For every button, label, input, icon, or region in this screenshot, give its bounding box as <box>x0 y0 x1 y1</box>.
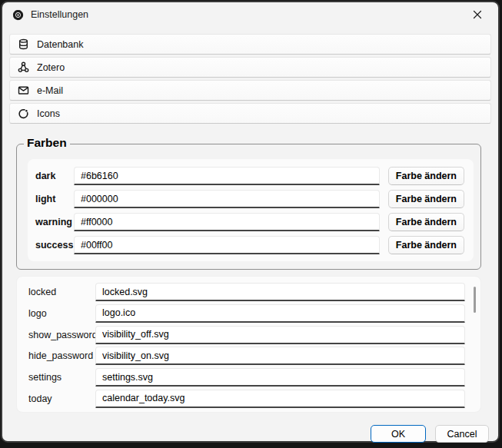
icon-file-label: settings <box>28 372 95 383</box>
change-color-button-success[interactable]: Farbe ändern <box>388 236 464 254</box>
farben-legend: Farben <box>24 136 70 150</box>
icon-file-input-hide-password[interactable] <box>95 347 465 365</box>
change-color-button-light[interactable]: Farbe ändern <box>388 190 464 208</box>
section-headers: Datenbank Zotero e-Mail Icons <box>2 27 498 124</box>
change-color-button-dark[interactable]: Farbe ändern <box>388 167 464 185</box>
change-color-button-warning[interactable]: Farbe ändern <box>388 213 464 231</box>
section-label: Datenbank <box>37 39 83 50</box>
icon-file-label: logo <box>28 308 95 319</box>
icon-file-row-logo: logo <box>28 304 465 324</box>
section-label: Icons <box>37 108 60 119</box>
icon-file-row-show-password: show_password <box>28 325 465 345</box>
color-value-input-dark[interactable] <box>74 167 380 185</box>
color-label: success <box>35 240 74 251</box>
icon-files-panel: locked logo show_password hide_password … <box>16 276 481 413</box>
zotero-icon <box>18 61 29 73</box>
gear-icon <box>12 9 24 21</box>
farben-panel: dark Farbe ändern light Farbe ändern war… <box>28 159 474 261</box>
icon-file-row-today: today <box>28 389 465 409</box>
color-label: light <box>35 194 74 204</box>
icon-file-input-locked[interactable] <box>95 283 465 301</box>
close-button[interactable] <box>469 6 486 23</box>
mail-icon <box>18 85 29 96</box>
icon-file-input-logo[interactable] <box>95 304 465 323</box>
close-icon <box>473 10 482 19</box>
icon-file-input-show-password[interactable] <box>95 326 465 344</box>
section-header-icons[interactable]: Icons <box>9 103 491 124</box>
icon-file-label: locked <box>28 287 95 297</box>
color-value-input-light[interactable] <box>74 190 380 208</box>
farben-groupbox: Farben dark Farbe ändern light Farbe änd… <box>16 144 481 270</box>
sync-icon <box>18 108 29 119</box>
section-label: e-Mail <box>37 85 63 96</box>
icon-file-label: today <box>28 393 95 404</box>
section-header-zotero[interactable]: Zotero <box>9 57 491 78</box>
ok-button[interactable]: OK <box>371 425 426 443</box>
color-row-dark: dark Farbe ändern <box>35 166 464 186</box>
color-row-success: success Farbe ändern <box>35 235 464 255</box>
color-label: warning <box>35 217 74 227</box>
footer: OK Cancel <box>2 413 498 443</box>
icon-file-row-locked: locked <box>28 282 465 302</box>
icon-file-input-settings[interactable] <box>95 368 465 387</box>
color-row-light: light Farbe ändern <box>35 189 464 209</box>
database-icon <box>18 38 29 50</box>
section-header-email[interactable]: e-Mail <box>9 80 491 101</box>
scrollbar-thumb[interactable] <box>474 287 476 313</box>
window-title: Einstellungen <box>31 9 88 20</box>
color-value-input-success[interactable] <box>74 236 380 254</box>
titlebar: Einstellungen <box>2 2 498 27</box>
icon-file-row-settings: settings <box>28 367 465 387</box>
icon-file-row-hide-password: hide_password <box>28 346 465 366</box>
color-label: dark <box>35 171 74 181</box>
section-label: Zotero <box>37 62 65 73</box>
cancel-button[interactable]: Cancel <box>435 425 489 443</box>
section-header-datenbank[interactable]: Datenbank <box>9 34 491 55</box>
settings-dialog: Einstellungen Datenbank Zotero <box>1 1 500 443</box>
color-row-warning: warning Farbe ändern <box>35 212 464 232</box>
icon-file-label: hide_password <box>28 350 95 361</box>
icon-file-label: show_password <box>28 330 95 340</box>
color-value-input-warning[interactable] <box>74 213 380 231</box>
icon-file-input-today[interactable] <box>95 390 465 408</box>
